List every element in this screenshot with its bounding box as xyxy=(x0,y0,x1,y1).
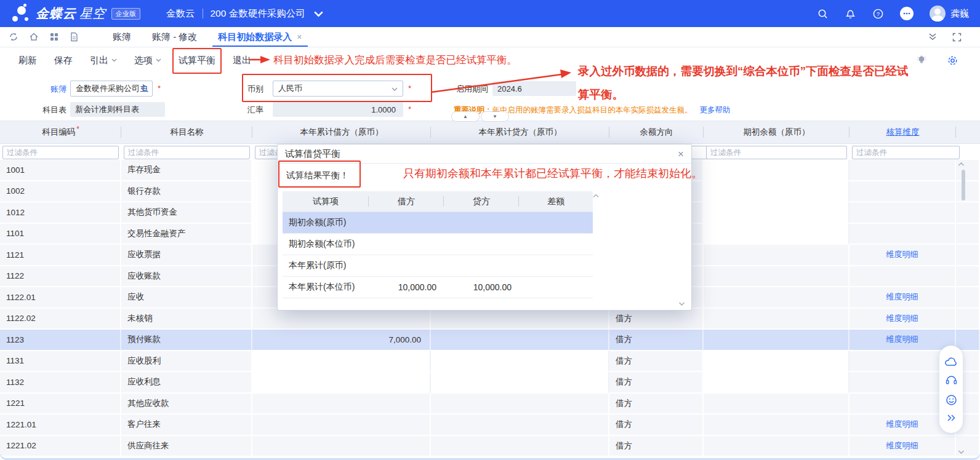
cell-ytd-credit[interactable] xyxy=(431,330,609,351)
cell-ytd-debit[interactable] xyxy=(252,351,431,373)
scroll-down-icon[interactable] xyxy=(958,450,965,454)
cell-ytd-debit[interactable] xyxy=(252,372,431,394)
table-row[interactable]: 1221.01客户往来借方维度明细 xyxy=(0,414,980,436)
dimension-detail-link[interactable]: 维度明细 xyxy=(886,440,918,451)
lookup-search-icon[interactable] xyxy=(141,85,149,93)
cell-account-name: 未核销 xyxy=(121,309,252,330)
cell-opening-balance[interactable] xyxy=(704,287,849,309)
dimension-detail-link[interactable]: 维度明细 xyxy=(886,334,918,345)
tab-1[interactable]: 账簿 xyxy=(102,27,142,47)
scroll-up-icon[interactable] xyxy=(958,162,965,167)
bell-icon[interactable] xyxy=(845,8,856,20)
search-icon[interactable] xyxy=(817,8,829,20)
cell-opening-balance[interactable] xyxy=(704,309,849,330)
trial-cell-diff xyxy=(519,255,593,276)
collapse-panel-down-button[interactable]: ▼ xyxy=(481,111,509,122)
sync-icon[interactable] xyxy=(9,32,18,42)
cell-filler xyxy=(956,202,980,224)
cell-opening-balance[interactable] xyxy=(704,245,849,266)
trial-row[interactable]: 期初余额(本位币) xyxy=(283,234,593,255)
collapse-tabs-icon[interactable] xyxy=(928,33,938,41)
table-row[interactable]: 1123预付账款7,000.00借方维度明细 xyxy=(0,330,980,351)
filter-input-1[interactable] xyxy=(2,146,119,159)
dimension-detail-link[interactable]: 维度明细 xyxy=(886,419,918,430)
cell-opening-balance[interactable] xyxy=(704,181,849,203)
home-icon[interactable] xyxy=(29,32,39,42)
tab-3[interactable]: 科目初始数据录入× xyxy=(207,27,312,47)
more-icon[interactable] xyxy=(900,7,914,20)
filter-input-2[interactable] xyxy=(124,146,250,159)
cell-opening-balance[interactable] xyxy=(704,436,849,456)
select-chevron-down-icon[interactable] xyxy=(392,87,398,92)
ledger-field[interactable]: 金数硬件采购公司主... xyxy=(70,81,153,97)
table-row[interactable]: 1221其他应收款借方 xyxy=(0,394,980,415)
chevron-down-icon[interactable] xyxy=(313,8,324,20)
more-help-link[interactable]: 更多帮助 xyxy=(700,106,731,114)
cell-ytd-debit[interactable]: 7,000.00 xyxy=(252,330,431,351)
toolbar-button-5[interactable]: 试算平衡 xyxy=(179,55,215,66)
vertical-scrollbar-thumb[interactable] xyxy=(962,170,965,200)
toolbar-button-4[interactable]: 选项 xyxy=(134,55,161,66)
cell-opening-balance[interactable] xyxy=(704,202,849,224)
cell-ytd-debit[interactable] xyxy=(252,394,431,415)
help-icon[interactable]: ? xyxy=(872,8,884,20)
table-row[interactable]: 1131应收股利借方 xyxy=(0,351,980,373)
cell-opening-balance[interactable] xyxy=(704,414,849,436)
settings-gear-icon[interactable] xyxy=(947,55,958,66)
cell-ytd-debit[interactable] xyxy=(252,309,431,330)
dialog-scroll-down-icon[interactable] xyxy=(678,301,685,306)
toolbar-button-1[interactable]: 刷新 xyxy=(18,55,37,66)
dimension-detail-link[interactable]: 维度明细 xyxy=(886,313,918,324)
filter-input-7[interactable] xyxy=(852,146,960,159)
cell-ytd-debit[interactable] xyxy=(252,436,431,456)
cell-opening-balance[interactable] xyxy=(704,330,849,351)
cell-ytd-credit[interactable] xyxy=(431,309,609,330)
table-row[interactable]: 1221.02供应商往来借方维度明细 xyxy=(0,436,980,456)
document-icon[interactable] xyxy=(70,32,79,42)
headset-icon[interactable] xyxy=(946,375,957,386)
cloud-icon[interactable] xyxy=(945,357,958,367)
fullscreen-icon[interactable] xyxy=(952,33,962,42)
toolbar-button-2[interactable]: 保存 xyxy=(54,55,73,66)
collapse-panel-up-button[interactable]: ▲ xyxy=(451,111,480,122)
table-row[interactable]: 1122.02未核销借方维度明细 xyxy=(0,309,980,330)
trial-row[interactable]: 本年累计(本位币)10,000.0010,000.00 xyxy=(283,277,593,298)
toolbar-button-6[interactable]: 退出 xyxy=(233,55,251,66)
cell-opening-balance[interactable] xyxy=(704,224,849,245)
table-row[interactable]: 1132应收利息借方 xyxy=(0,372,980,394)
close-tab-icon[interactable]: × xyxy=(297,32,302,42)
collapse-sidebar-icon[interactable] xyxy=(947,414,956,422)
cell-ytd-credit[interactable] xyxy=(431,372,609,394)
cell-opening-balance[interactable] xyxy=(704,372,849,394)
cell-ytd-debit[interactable] xyxy=(252,414,431,436)
workspace-switcher[interactable]: 金数云 200 金数硬件采购公司 xyxy=(166,7,324,20)
trial-row[interactable]: 期初余额(原币) xyxy=(283,212,593,234)
dialog-title-bar[interactable]: 试算借贷平衡 × xyxy=(278,145,691,164)
cell-ytd-credit[interactable] xyxy=(431,436,609,456)
dialog-scroll-up-icon[interactable] xyxy=(593,194,599,198)
cell-opening-balance[interactable] xyxy=(704,394,849,415)
user-menu[interactable]: 龚巍 xyxy=(930,6,969,22)
dimension-detail-link[interactable]: 维度明细 xyxy=(886,291,918,303)
chevron-down-icon xyxy=(156,58,161,62)
cell-ytd-credit[interactable] xyxy=(431,351,609,373)
cell-ytd-credit[interactable] xyxy=(431,414,609,436)
smiley-icon[interactable] xyxy=(946,394,957,406)
currency-select[interactable]: 人民币 xyxy=(273,81,403,97)
filter-input-6[interactable] xyxy=(706,146,847,159)
toolbar-button-3[interactable]: 引出 xyxy=(90,55,117,66)
apps-grid-icon[interactable] xyxy=(49,32,59,42)
cell-opening-balance[interactable] xyxy=(704,266,849,288)
chart-value: 新会计准则科目表 xyxy=(75,104,139,115)
cell-opening-balance[interactable] xyxy=(704,160,849,181)
theme-bulb-icon[interactable] xyxy=(916,55,927,66)
cell-ytd-credit[interactable] xyxy=(431,394,609,415)
tab-2[interactable]: 账簿 - 修改 xyxy=(142,27,207,47)
dimension-detail-link[interactable]: 维度明细 xyxy=(886,249,918,260)
cell-opening-balance[interactable] xyxy=(704,351,849,373)
ledger-required-mark: * xyxy=(158,84,161,93)
trial-column-header-1: 试算项 xyxy=(283,191,369,212)
trial-row[interactable]: 本年累计(原币) xyxy=(283,255,593,277)
dialog-close-icon[interactable]: × xyxy=(678,149,684,159)
grid-column-header-7[interactable]: 核算维度 xyxy=(849,121,956,143)
